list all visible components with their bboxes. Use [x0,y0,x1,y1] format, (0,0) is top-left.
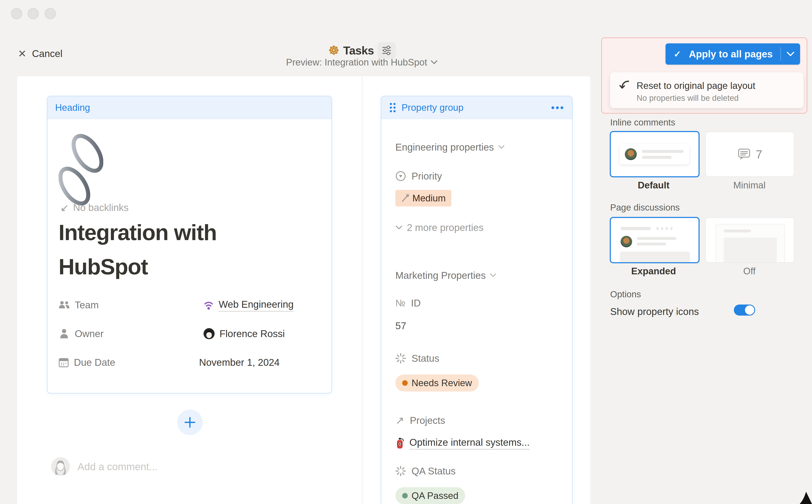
projects-value-row[interactable]: Optimize internal systems... [395,437,530,450]
reset-layout-menu-item[interactable]: Reset to original page layout No propert… [610,72,803,108]
owner-value[interactable]: Florence Rossi [203,328,285,339]
needle-icon [401,194,410,203]
page-title[interactable]: Integration with HubSpot [58,215,323,284]
apply-label: Apply to all pages [681,48,781,60]
rings-icon [203,300,214,310]
preview-label: Preview: Integration with HubSpot [286,57,427,68]
layout-settings-button[interactable] [378,42,396,59]
inline-comments-title: Inline comments [610,117,675,128]
doc-header: ☸ Tasks [266,42,458,59]
priority-value-badge[interactable]: Medium [395,190,451,206]
orange-dot-icon [402,380,408,386]
id-value-row[interactable]: 57 [395,320,406,332]
column-divider [362,76,362,504]
toggle-knob [745,305,754,315]
show-property-icons-label: Show property icons [610,306,699,317]
more-properties-label: 2 more properties [407,222,484,233]
page-thumb [716,224,785,263]
chevron-down-icon[interactable] [781,51,800,57]
comment-preview-thumb [620,144,689,164]
section2-title: Marketing Properties [395,270,486,281]
page-discussions-option-off[interactable] [705,218,794,263]
page-title-line1: Integration with [58,215,323,250]
section-engineering-properties[interactable]: Engineering properties [395,141,504,153]
spinner-icon [395,466,406,476]
heading-card-label: Heading [55,102,90,113]
property-group-card[interactable]: Property group ••• Engineering propertie… [381,96,573,504]
page-preview-canvas: Heading ↙ N [17,76,590,504]
backlinks-label: No backlinks [73,202,128,213]
apply-to-all-pages-button[interactable]: ✓ Apply to all pages [666,43,800,65]
page-discussions-option-expanded[interactable] [610,217,700,263]
tick [666,227,668,230]
priority-icon [395,171,406,181]
projects-row[interactable]: ↗ Projects [395,414,445,427]
due-date-label: Due Date [74,357,115,368]
status-row[interactable]: Status [395,353,439,364]
doc-title: Tasks [343,44,374,57]
property-row-team[interactable]: Team Web Engineering [58,295,323,315]
drag-handle-icon[interactable] [390,103,396,112]
status-value: Needs Review [412,378,472,388]
inline-comments-option-minimal[interactable]: 7 [705,132,794,177]
projects-value: Optimize internal systems... [409,437,530,450]
window-zoom-button[interactable] [45,8,56,19]
text-line [637,243,666,245]
owner-label: Owner [75,328,103,339]
qa-value-badge[interactable]: QA Passed [395,487,465,504]
text-line [621,227,651,230]
avatar [621,236,632,247]
content-block [724,238,777,263]
more-menu-icon[interactable]: ••• [551,102,565,113]
sliders-icon [381,45,392,56]
page-title-line2: HubSpot [58,250,323,284]
text-line [637,237,676,240]
comment-input-row[interactable]: Add a comment... [51,457,157,476]
text-line [642,150,684,153]
preview-selector[interactable]: Preview: Integration with HubSpot [266,57,458,68]
projects-label: Projects [410,415,445,426]
text-line [724,229,751,232]
cancel-button[interactable]: ✕ Cancel [18,47,62,60]
people-icon [58,301,70,309]
window-minimize-button[interactable] [28,8,39,19]
property-row-due-date[interactable]: Due Date November 1, 2024 [58,353,323,372]
more-properties-toggle[interactable]: 2 more properties [395,222,484,233]
tick [656,227,659,230]
priority-row[interactable]: Priority [395,170,442,182]
comment-placeholder: Add a comment... [77,461,157,473]
minimal-option-label: Minimal [705,180,793,191]
add-block-button[interactable] [177,410,203,435]
check-icon: ✓ [674,49,681,59]
comment-count: 7 [756,147,762,161]
window-close-button[interactable] [11,8,22,19]
heading-section-card[interactable]: Heading ↙ N [47,96,332,394]
close-icon: ✕ [18,48,26,60]
ship-wheel-icon: ☸ [328,43,339,58]
id-row[interactable]: № ID [395,297,421,309]
qa-status-row[interactable]: QA Status [395,465,456,477]
backlinks-row[interactable]: ↙ No backlinks [60,202,128,214]
due-date-value[interactable]: November 1, 2024 [199,357,280,368]
show-property-icons-toggle[interactable] [734,305,755,316]
arrow-up-right-icon: ↗ [395,414,404,427]
priority-value: Medium [412,193,446,204]
minimal-thumb: 7 [706,132,794,176]
property-row-owner[interactable]: Owner Florence Rossi [58,324,323,343]
plus-icon [184,417,195,428]
chevron-down-icon [430,60,438,65]
comment-avatar [51,457,70,476]
tick [661,227,663,230]
section1-title: Engineering properties [395,141,494,153]
section-marketing-properties[interactable]: Marketing Properties [395,270,496,281]
status-value-badge[interactable]: Needs Review [395,374,479,392]
content-block [620,252,690,262]
property-group-label: Property group [402,102,551,113]
team-label: Team [75,299,98,311]
avatar [203,328,215,339]
arrow-down-left-icon: ↙ [60,202,69,214]
team-value[interactable]: Web Engineering [203,299,294,312]
reset-subtitle: No properties will be deleted [637,94,739,103]
due-date-value-text: November 1, 2024 [199,357,280,368]
inline-comments-option-default[interactable] [610,131,700,177]
